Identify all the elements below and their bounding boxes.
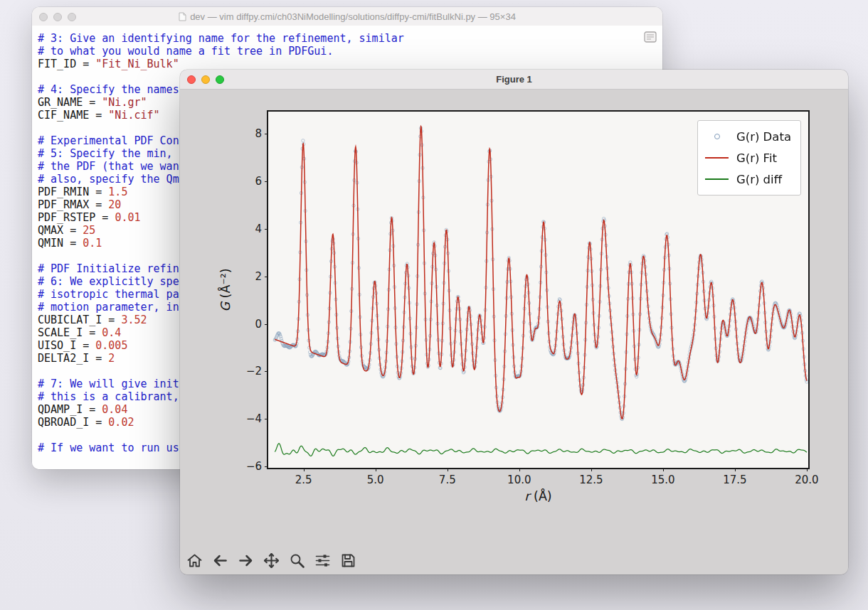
y-tick-mark [265,324,268,325]
zoom-button[interactable] [68,13,76,21]
y-tick-label: 4 [255,223,262,235]
y-tick-label: −4 [246,412,262,425]
figure-toolbar [186,552,357,569]
code-line: FIT_ID = "Fit_Ni_Bulk" [38,58,658,70]
minimize-button[interactable] [53,13,62,21]
y-tick-mark [265,181,268,182]
y-tick-mark [265,134,268,134]
code-segment-num: 0.01 [115,211,140,224]
x-tick-label: 15.0 [651,473,674,486]
code-segment-plain: UISO_I = [38,339,95,352]
forward-arrow-icon [238,552,254,569]
configure-subplots-button[interactable] [314,552,332,569]
legend-item-fit: G(r) Fit [704,147,791,168]
plot-axes: G (Å⁻²) r (Å) G(r) Data G(r) Fit G(r) di… [267,110,810,469]
pan-button[interactable] [263,552,280,569]
y-tick-mark [265,371,268,372]
minimize-button[interactable] [201,75,210,84]
code-segment-comment: # 7: We will give init [38,378,179,390]
back-arrow-icon [212,552,228,569]
x-tick-mark [448,468,448,471]
code-segment-comment: # 5: Specify the min, [38,147,173,160]
code-segment-comment: # this is a calibrant, [38,390,179,403]
code-segment-str: "Ni.gr" [102,96,147,109]
code-segment-comment: # 4: Specify the names [38,83,179,96]
data-marker-icon [704,134,730,139]
diff-line-icon [704,178,730,180]
terminal-titlebar[interactable]: dev — vim diffpy.cmi/ch03NiModelling/sol… [32,7,662,27]
code-line: # 3: Give an identifying name for the re… [38,32,658,45]
code-segment-comment: # PDF Initialize refin [38,262,179,275]
code-segment-num: 25 [83,224,95,237]
code-segment-plain: QBROAD_I = [38,416,108,429]
y-axis-label-units: (Å⁻²) [218,268,232,301]
code-segment-plain: SCALE_I = [38,326,102,339]
code-segment-comment: # 3: Give an identifying name for the re… [38,32,404,45]
y-tick-label: 2 [255,270,262,283]
home-icon [186,552,203,569]
code-segment-plain: FIT_ID = [38,58,95,70]
zoom-button[interactable] [216,75,224,84]
terminal-traffic-lights [32,7,76,26]
save-icon [340,552,356,569]
code-segment-num: 0.04 [102,403,127,416]
x-tick-mark [735,468,736,471]
x-axis-label-units: (Å) [530,489,552,503]
x-tick-label: 2.5 [295,473,312,486]
code-segment-comment: # the PDF (that we wan [38,160,179,173]
x-tick-mark [376,468,376,471]
code-segment-str: "Fit_Ni_Bulk" [95,58,179,70]
forward-button[interactable] [237,552,255,569]
y-axis-label: G (Å⁻²) [213,112,237,468]
code-segment-comment: # also, specify the Qm [38,173,179,186]
x-tick-mark [304,468,305,471]
code-segment-plain: PDF_RMAX = [38,198,108,211]
legend-label-data: G(r) Data [736,130,791,144]
zoom-button-tool[interactable] [288,552,306,569]
y-tick-mark [265,277,268,277]
terminal-pane-icon[interactable] [644,31,657,43]
y-tick-label: 0 [255,318,262,331]
y-tick-mark [265,419,268,419]
x-tick-mark [519,468,520,471]
close-button[interactable] [39,13,48,21]
y-tick-label: 6 [255,175,262,188]
close-button[interactable] [187,75,196,84]
x-tick-label: 10.0 [507,473,531,486]
figure-titlebar[interactable]: Figure 1 [180,70,848,90]
document-proxy-icon [179,12,186,21]
y-axis-label-var: G [218,301,232,311]
x-tick-mark [591,468,592,471]
figure-title-text: Figure 1 [496,74,532,85]
x-tick-label: 5.0 [367,473,384,486]
desktop: { "terminal": { "title": "dev — vim diff… [0,0,868,610]
x-axis-label: r (Å) [524,489,551,503]
code-segment-plain: PDF_RSTEP = [38,211,115,224]
code-segment-comment: # to what you would name a fit tree in P… [38,45,333,58]
code-segment-plain: QDAMP_I = [38,403,102,416]
code-segment-plain: GR_NAME = [38,96,102,109]
figure-window: Figure 1 G (Å⁻²) r (Å) G(r) Data [180,70,848,574]
code-segment-comment: # 6: We explicitly spe [38,275,179,288]
save-button[interactable] [339,552,357,569]
x-tick-label: 17.5 [723,473,746,486]
code-segment-plain: CIF_NAME = [38,109,108,122]
code-line: # to what you would name a fit tree in P… [38,45,658,58]
figure-traffic-lights [180,70,224,89]
x-tick-label: 20.0 [795,473,818,486]
y-tick-mark [265,229,268,230]
legend-item-diff: G(r) diff [704,168,791,190]
back-button[interactable] [211,552,229,569]
zoom-icon [289,552,305,569]
code-segment-num: 1.5 [108,186,127,198]
configure-subplots-icon [314,552,331,569]
y-tick-label: −6 [246,460,262,473]
code-segment-num: 0.005 [95,339,127,352]
code-segment-num: 0.02 [108,416,134,429]
x-tick-label: 7.5 [439,473,456,486]
y-tick-label: −2 [246,365,262,378]
code-segment-str: "Ni.cif" [108,109,159,122]
code-segment-plain: QMAX = [38,224,83,237]
home-button[interactable] [186,552,203,569]
x-tick-mark [663,468,664,471]
